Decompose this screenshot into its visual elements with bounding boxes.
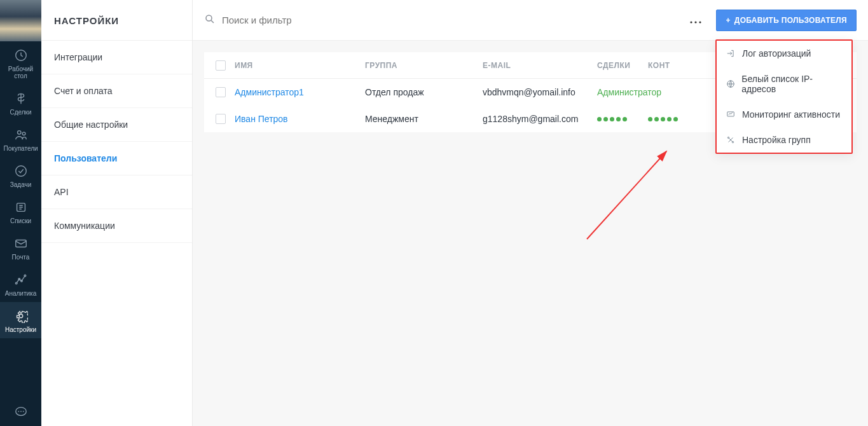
svg-point-2 [22, 132, 25, 135]
col-header-deals[interactable]: СДЕЛКИ [597, 61, 648, 70]
svg-line-20 [587, 151, 666, 239]
sidebar-item-users[interactable]: Пользователи [41, 142, 192, 175]
buyers-icon [13, 127, 29, 142]
rail-label: Аналитика [5, 290, 37, 297]
svg-point-1 [17, 131, 21, 135]
user-group: Отдел продаж [365, 87, 483, 97]
user-email: vbdhvmqn@yomail.info [483, 87, 597, 97]
sidebar-item-billing[interactable]: Счет и оплата [41, 74, 192, 108]
rail-item-deals[interactable]: Сделки [0, 85, 41, 121]
select-all-checkbox[interactable] [216, 60, 226, 71]
rail-label: Почта [12, 254, 30, 261]
svg-point-12 [206, 15, 212, 21]
row-checkbox[interactable] [216, 87, 226, 97]
settings-icon [13, 308, 29, 324]
dropdown-label: Настройка групп [742, 135, 811, 145]
user-group: Менеджмент [365, 114, 483, 124]
dropdown-label: Белый список IP-адресов [741, 74, 843, 94]
col-header-group[interactable]: ГРУППА [365, 61, 483, 70]
rail-item-tasks[interactable]: Задачи [0, 157, 41, 193]
tools-icon [726, 135, 736, 145]
monitor-icon [726, 109, 736, 120]
rail-item-buyers[interactable]: Покупатели [0, 121, 41, 157]
dropdown-group-settings[interactable]: Настройка групп [717, 127, 851, 153]
dropdown-label: Мониторинг активности [742, 109, 840, 120]
chat-icon [13, 404, 29, 420]
col-header-name[interactable]: ИМЯ [235, 61, 365, 70]
analytics-icon [13, 272, 29, 287]
login-icon [726, 48, 736, 58]
rail-label: Задачи [10, 181, 32, 188]
plus-icon: + [726, 16, 730, 25]
deals-icon [13, 91, 29, 106]
topbar: + ДОБАВИТЬ ПОЛЬЗОВАТЕЛЯ [193, 0, 868, 41]
col-header-email[interactable]: E-MAIL [483, 61, 597, 70]
svg-point-15 [699, 21, 701, 23]
dots-icon [690, 15, 701, 25]
search-input[interactable] [222, 15, 476, 25]
globe-icon [726, 79, 735, 89]
rail-label: Настройки [5, 326, 36, 333]
svg-point-14 [695, 21, 697, 23]
add-user-label: ДОБАВИТЬ ПОЛЬЗОВАТЕЛЯ [734, 16, 847, 25]
rail-item-chat[interactable] [0, 398, 41, 426]
add-user-button[interactable]: + ДОБАВИТЬ ПОЛЬЗОВАТЕЛЯ [716, 10, 857, 31]
rail-item-analytics[interactable]: Аналитика [0, 266, 41, 302]
sidebar-title: НАСТРОЙКИ [41, 0, 192, 41]
dropdown-ip-whitelist[interactable]: Белый список IP-адресов [717, 66, 851, 102]
tasks-icon [13, 163, 29, 179]
more-dropdown: Лог авторизаций Белый список IP-адресов … [715, 39, 853, 154]
user-email: g1128shym@gmail.com [483, 114, 597, 124]
svg-point-3 [15, 166, 26, 177]
dropdown-auth-log[interactable]: Лог авторизаций [717, 41, 851, 66]
sidebar-item-communications[interactable]: Коммуникации [41, 209, 192, 243]
dropdown-label: Лог авторизаций [742, 48, 811, 58]
sidebar-item-api[interactable]: API [41, 175, 192, 209]
row-checkbox[interactable] [216, 114, 226, 124]
rail-item-mail[interactable]: Почта [0, 230, 41, 266]
search-icon [204, 13, 216, 27]
rail-label: Покупатели [3, 145, 38, 152]
left-rail: Рабочийстол Сделки Покупатели Задачи Спи… [0, 0, 41, 426]
user-name-link[interactable]: Администратор1 [235, 87, 365, 97]
main-area: + ДОБАВИТЬ ПОЛЬЗОВАТЕЛЯ ИМЯ ГРУППА E-MAI… [193, 0, 868, 426]
mail-icon [13, 236, 29, 251]
rail-label: Сделки [10, 109, 31, 116]
svg-point-6 [15, 282, 17, 284]
svg-point-10 [19, 314, 23, 318]
rail-item-dashboard[interactable]: Рабочийстол [0, 41, 41, 85]
svg-rect-5 [15, 240, 26, 247]
rail-label: Списки [10, 217, 31, 224]
rail-label: Рабочийстол [8, 65, 33, 79]
rail-item-settings[interactable]: Настройки [0, 302, 41, 338]
user-name-link[interactable]: Иван Петров [235, 114, 365, 124]
rail-item-lists[interactable]: Списки [0, 193, 41, 230]
svg-point-13 [691, 21, 692, 23]
user-role: Администратор [597, 87, 661, 97]
sidebar-item-integrations[interactable]: Интеграции [41, 41, 192, 74]
more-button[interactable] [687, 11, 705, 29]
settings-sidebar: НАСТРОЙКИ Интеграции Счет и оплата Общие… [41, 0, 193, 426]
lists-icon [13, 200, 29, 215]
workspace-logo[interactable] [0, 0, 41, 41]
user-deals-dots [597, 117, 648, 121]
sidebar-item-general[interactable]: Общие настройки [41, 108, 192, 142]
dashboard-icon [13, 48, 29, 63]
dropdown-activity-monitoring[interactable]: Мониторинг активности [717, 102, 851, 127]
